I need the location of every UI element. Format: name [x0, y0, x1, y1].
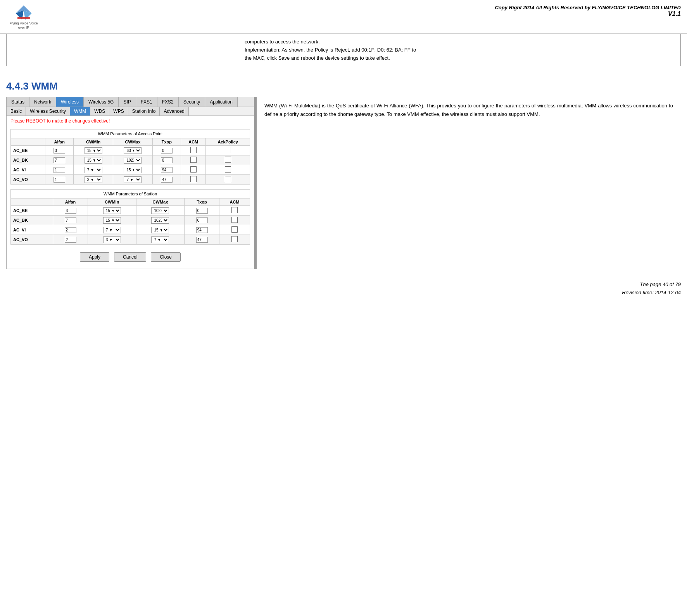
cwmax-acvi-ap[interactable]: 15 ▼: [113, 165, 153, 175]
cwmin-acbk-st[interactable]: 15 ▼: [88, 216, 136, 225]
txop-acbk-st[interactable]: [185, 216, 219, 225]
acm-acvi-ap-check[interactable]: [190, 166, 197, 173]
txop-acvi-st[interactable]: [185, 225, 219, 235]
tab-network[interactable]: Network: [29, 97, 56, 107]
cwmax-acbe-ap-select[interactable]: 63 ▼: [124, 147, 142, 154]
apply-button[interactable]: Apply: [80, 252, 109, 262]
tab-wireless[interactable]: Wireless: [56, 97, 84, 107]
tab-status[interactable]: Status: [7, 97, 29, 107]
ackpolicy-acbk-ap[interactable]: [206, 155, 250, 165]
ackpolicy-acvo-ap[interactable]: [206, 175, 250, 185]
subtab-wireless-security[interactable]: Wireless Security: [26, 107, 70, 116]
tab-security[interactable]: Security: [179, 97, 205, 107]
aifsn-acvo-ap-input[interactable]: [54, 177, 65, 183]
cwmax-acvi-st[interactable]: 15 ▼: [136, 225, 185, 235]
txop-acbe-ap-input[interactable]: [161, 148, 173, 154]
aifsn-acbk-st[interactable]: [53, 216, 88, 225]
acm-acvo-st[interactable]: [219, 235, 250, 245]
txop-acbk-ap[interactable]: [152, 155, 181, 165]
cwmax-acvi-ap-select[interactable]: 15 ▼: [124, 167, 142, 173]
txop-acvo-ap[interactable]: [152, 175, 181, 185]
cwmin-acbk-st-select[interactable]: 15 ▼: [103, 217, 121, 224]
txop-acvo-st[interactable]: [185, 235, 219, 245]
aifsn-acbk-st-input[interactable]: [65, 217, 76, 223]
cwmin-acvo-ap[interactable]: 3 ▼: [74, 175, 113, 185]
txop-acbk-st-input[interactable]: [196, 217, 208, 223]
cwmax-acvo-ap[interactable]: 7 ▼: [113, 175, 153, 185]
txop-acvi-st-input[interactable]: [196, 227, 208, 233]
cwmax-acbe-st[interactable]: 1023 ▼: [136, 206, 185, 216]
aifsn-acbe-st-input[interactable]: [65, 208, 76, 214]
acm-acbe-ap-check[interactable]: [190, 147, 197, 153]
acm-acbe-st[interactable]: [219, 206, 250, 216]
subtab-wmm[interactable]: WMM: [70, 107, 90, 116]
cwmin-acvo-st-select[interactable]: 3 ▼: [103, 236, 121, 243]
txop-acbe-ap[interactable]: [152, 146, 181, 155]
tab-fxs2[interactable]: FXS2: [157, 97, 179, 107]
subtab-basic[interactable]: Basic: [7, 107, 26, 116]
close-button[interactable]: Close: [151, 252, 181, 262]
ackpolicy-acbe-ap-check[interactable]: [225, 147, 231, 153]
ackpolicy-acvo-ap-check[interactable]: [225, 176, 231, 182]
cwmin-acbk-ap-select[interactable]: 15 ▼: [85, 157, 102, 164]
ackpolicy-acvi-ap-check[interactable]: [225, 166, 231, 173]
cwmin-acvo-st[interactable]: 3 ▼: [88, 235, 136, 245]
cwmax-acbk-ap[interactable]: 1023 ▼: [113, 155, 153, 165]
cwmax-acvi-st-select[interactable]: 15 ▼: [151, 227, 169, 233]
acm-acvo-ap-check[interactable]: [190, 176, 197, 182]
cwmin-acvo-ap-select[interactable]: 3 ▼: [85, 176, 102, 183]
cwmax-acbk-st[interactable]: 1023 ▼: [136, 216, 185, 225]
aifsn-acvi-ap-input[interactable]: [54, 167, 65, 173]
cwmin-acvi-ap[interactable]: 7 ▼: [74, 165, 113, 175]
acm-acvi-ap[interactable]: [181, 165, 206, 175]
acm-acbe-st-check[interactable]: [231, 207, 238, 213]
txop-acbk-ap-input[interactable]: [161, 157, 173, 163]
aifsn-acvo-st-input[interactable]: [65, 237, 76, 243]
aifsn-acbk-ap[interactable]: [45, 155, 74, 165]
aifsn-acvo-ap[interactable]: [45, 175, 74, 185]
cwmin-acvi-st[interactable]: 7 ▼: [88, 225, 136, 235]
subtab-station-info[interactable]: Station Info: [128, 107, 160, 116]
txop-acbe-st-input[interactable]: [196, 208, 208, 214]
aifsn-acbe-ap[interactable]: [45, 146, 74, 155]
cwmin-acbe-ap[interactable]: 15 ▼: [74, 146, 113, 155]
txop-acvi-ap[interactable]: [152, 165, 181, 175]
tab-fxs1[interactable]: FXS1: [136, 97, 157, 107]
aifsn-acbk-ap-input[interactable]: [54, 157, 65, 163]
cwmin-acvi-st-select[interactable]: 7 ▼: [103, 227, 121, 233]
txop-acvo-st-input[interactable]: [196, 237, 208, 243]
cwmin-acbk-ap[interactable]: 15 ▼: [74, 155, 113, 165]
aifsn-acvo-st[interactable]: [53, 235, 88, 245]
acm-acvi-st[interactable]: [219, 225, 250, 235]
cwmin-acbe-ap-select[interactable]: 15 ▼: [85, 147, 102, 154]
aifsn-acvi-ap[interactable]: [45, 165, 74, 175]
acm-acbk-ap[interactable]: [181, 155, 206, 165]
txop-acbe-st[interactable]: [185, 206, 219, 216]
txop-acvo-ap-input[interactable]: [161, 177, 173, 183]
subtab-wps[interactable]: WPS: [109, 107, 128, 116]
ackpolicy-acvi-ap[interactable]: [206, 165, 250, 175]
ackpolicy-acbe-ap[interactable]: [206, 146, 250, 155]
aifsn-acvi-st[interactable]: [53, 225, 88, 235]
acm-acvo-ap[interactable]: [181, 175, 206, 185]
cancel-button[interactable]: Cancel: [114, 252, 146, 262]
acm-acbk-st-check[interactable]: [231, 217, 238, 223]
acm-acvo-st-check[interactable]: [231, 236, 238, 242]
aifsn-acvi-st-input[interactable]: [65, 227, 76, 233]
aifsn-acbe-ap-input[interactable]: [54, 148, 65, 154]
cwmax-acbk-st-select[interactable]: 1023 ▼: [151, 217, 169, 224]
acm-acvi-st-check[interactable]: [231, 226, 238, 233]
subtab-advanced[interactable]: Advanced: [160, 107, 188, 116]
cwmin-acbe-st[interactable]: 15 ▼: [88, 206, 136, 216]
cwmin-acbe-st-select[interactable]: 15 ▼: [103, 207, 121, 214]
cwmax-acvo-st-select[interactable]: 7 ▼: [151, 236, 169, 243]
aifsn-acbe-st[interactable]: [53, 206, 88, 216]
tab-application[interactable]: Application: [205, 97, 238, 107]
acm-acbk-ap-check[interactable]: [190, 157, 197, 163]
ackpolicy-acbk-ap-check[interactable]: [225, 157, 231, 163]
txop-acvi-ap-input[interactable]: [161, 167, 173, 173]
subtab-wds[interactable]: WDS: [90, 107, 109, 116]
cwmax-acvo-st[interactable]: 7 ▼: [136, 235, 185, 245]
acm-acbk-st[interactable]: [219, 216, 250, 225]
tab-wireless5g[interactable]: Wireless 5G: [84, 97, 119, 107]
